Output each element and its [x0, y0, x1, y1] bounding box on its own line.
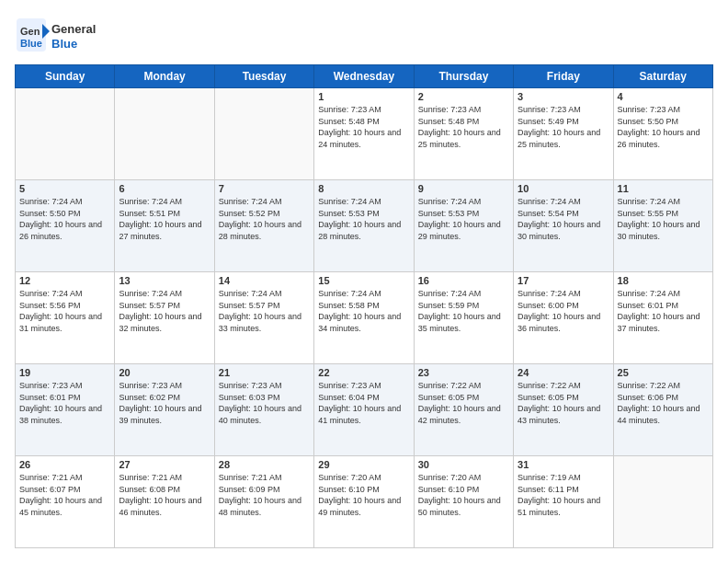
sunset-label: Sunset: 5:59 PM — [418, 301, 480, 310]
daylight-label: Daylight: 10 hours and 35 minutes. — [418, 312, 501, 333]
day-info: Sunrise: 7:24 AM Sunset: 6:00 PM Dayligh… — [518, 288, 609, 334]
day-number: 11 — [618, 183, 709, 194]
sunset-label: Sunset: 5:50 PM — [618, 117, 679, 126]
week-row-5: 26 Sunrise: 7:21 AM Sunset: 6:07 PM Dayl… — [16, 456, 713, 548]
calendar-cell: 15 Sunrise: 7:24 AM Sunset: 5:58 PM Dayl… — [314, 272, 414, 364]
calendar-cell: 20 Sunrise: 7:23 AM Sunset: 6:02 PM Dayl… — [115, 364, 214, 456]
calendar-cell: 8 Sunrise: 7:24 AM Sunset: 5:53 PM Dayli… — [314, 180, 414, 272]
page: General Blue Gen Blue Sunday Monday Tues… — [0, 0, 728, 563]
day-info: Sunrise: 7:22 AM Sunset: 6:05 PM Dayligh… — [418, 380, 509, 426]
days-header-row: Sunday Monday Tuesday Wednesday Thursday… — [16, 65, 713, 88]
day-info: Sunrise: 7:20 AM Sunset: 6:10 PM Dayligh… — [418, 472, 509, 518]
sunset-label: Sunset: 5:50 PM — [19, 209, 81, 218]
sunrise-label: Sunrise: 7:24 AM — [318, 197, 381, 206]
sunrise-label: Sunrise: 7:23 AM — [119, 381, 182, 390]
calendar-cell: 5 Sunrise: 7:24 AM Sunset: 5:50 PM Dayli… — [16, 180, 115, 272]
sunrise-label: Sunrise: 7:24 AM — [418, 197, 482, 206]
day-number: 8 — [318, 183, 409, 194]
day-number: 21 — [219, 367, 310, 378]
day-number: 9 — [418, 183, 509, 194]
calendar-cell: 1 Sunrise: 7:23 AM Sunset: 5:48 PM Dayli… — [314, 88, 414, 180]
sunrise-label: Sunrise: 7:24 AM — [219, 197, 282, 206]
svg-text:General: General — [51, 22, 96, 36]
day-number: 25 — [618, 367, 709, 378]
sunrise-label: Sunrise: 7:23 AM — [318, 381, 381, 390]
sunset-label: Sunset: 6:01 PM — [618, 301, 679, 310]
daylight-label: Daylight: 10 hours and 44 minutes. — [618, 404, 700, 425]
daylight-label: Daylight: 10 hours and 26 minutes. — [618, 128, 700, 149]
daylight-label: Daylight: 10 hours and 38 minutes. — [19, 404, 102, 425]
week-row-2: 5 Sunrise: 7:24 AM Sunset: 5:50 PM Dayli… — [16, 180, 713, 272]
sunrise-label: Sunrise: 7:24 AM — [19, 197, 83, 206]
sunset-label: Sunset: 5:48 PM — [318, 117, 380, 126]
sunset-label: Sunset: 5:57 PM — [219, 301, 280, 310]
day-number: 26 — [19, 459, 110, 470]
daylight-label: Daylight: 10 hours and 45 minutes. — [19, 496, 102, 517]
daylight-label: Daylight: 10 hours and 29 minutes. — [418, 220, 501, 241]
day-info: Sunrise: 7:24 AM Sunset: 5:59 PM Dayligh… — [418, 288, 509, 334]
day-number: 5 — [19, 183, 110, 194]
sunset-label: Sunset: 5:51 PM — [119, 209, 180, 218]
daylight-label: Daylight: 10 hours and 43 minutes. — [518, 404, 600, 425]
sunrise-label: Sunrise: 7:24 AM — [618, 289, 681, 298]
day-info: Sunrise: 7:23 AM Sunset: 6:02 PM Dayligh… — [119, 380, 210, 426]
daylight-label: Daylight: 10 hours and 25 minutes. — [418, 128, 501, 149]
calendar-cell: 3 Sunrise: 7:23 AM Sunset: 5:49 PM Dayli… — [514, 88, 613, 180]
daylight-label: Daylight: 10 hours and 41 minutes. — [318, 404, 401, 425]
day-number: 27 — [119, 459, 210, 470]
day-number: 24 — [518, 367, 609, 378]
day-info: Sunrise: 7:24 AM Sunset: 6:01 PM Dayligh… — [618, 288, 709, 334]
sunset-label: Sunset: 6:11 PM — [518, 485, 579, 494]
calendar-cell — [16, 88, 115, 180]
col-thursday: Thursday — [414, 65, 513, 88]
sunrise-label: Sunrise: 7:24 AM — [219, 289, 282, 298]
daylight-label: Daylight: 10 hours and 26 minutes. — [19, 220, 102, 241]
col-saturday: Saturday — [613, 65, 712, 88]
sunrise-label: Sunrise: 7:22 AM — [418, 381, 482, 390]
day-info: Sunrise: 7:23 AM Sunset: 5:49 PM Dayligh… — [518, 104, 609, 150]
calendar-cell: 9 Sunrise: 7:24 AM Sunset: 5:53 PM Dayli… — [414, 180, 513, 272]
daylight-label: Daylight: 10 hours and 30 minutes. — [618, 220, 700, 241]
sunrise-label: Sunrise: 7:19 AM — [518, 473, 581, 482]
daylight-label: Daylight: 10 hours and 32 minutes. — [119, 312, 201, 333]
daylight-label: Daylight: 10 hours and 51 minutes. — [518, 496, 600, 517]
calendar-cell: 7 Sunrise: 7:24 AM Sunset: 5:52 PM Dayli… — [214, 180, 313, 272]
sunrise-label: Sunrise: 7:20 AM — [418, 473, 482, 482]
daylight-label: Daylight: 10 hours and 25 minutes. — [518, 128, 600, 149]
day-number: 2 — [418, 91, 509, 102]
calendar-cell — [214, 88, 313, 180]
sunrise-label: Sunrise: 7:22 AM — [618, 381, 681, 390]
day-number: 28 — [219, 459, 310, 470]
sunset-label: Sunset: 6:09 PM — [219, 485, 280, 494]
calendar-cell: 17 Sunrise: 7:24 AM Sunset: 6:00 PM Dayl… — [514, 272, 613, 364]
day-info: Sunrise: 7:24 AM Sunset: 5:58 PM Dayligh… — [318, 288, 409, 334]
day-number: 4 — [618, 91, 709, 102]
day-info: Sunrise: 7:24 AM Sunset: 5:57 PM Dayligh… — [119, 288, 210, 334]
week-row-1: 1 Sunrise: 7:23 AM Sunset: 5:48 PM Dayli… — [16, 88, 713, 180]
sunrise-label: Sunrise: 7:22 AM — [518, 381, 581, 390]
sunset-label: Sunset: 6:10 PM — [418, 485, 480, 494]
sunrise-label: Sunrise: 7:23 AM — [219, 381, 282, 390]
sunset-label: Sunset: 6:06 PM — [618, 393, 679, 402]
daylight-label: Daylight: 10 hours and 31 minutes. — [19, 312, 102, 333]
day-info: Sunrise: 7:23 AM Sunset: 6:04 PM Dayligh… — [318, 380, 409, 426]
sunset-label: Sunset: 6:05 PM — [418, 393, 480, 402]
daylight-label: Daylight: 10 hours and 33 minutes. — [219, 312, 301, 333]
calendar-table: Sunday Monday Tuesday Wednesday Thursday… — [15, 64, 713, 548]
calendar-cell: 23 Sunrise: 7:22 AM Sunset: 6:05 PM Dayl… — [414, 364, 513, 456]
calendar-cell: 10 Sunrise: 7:24 AM Sunset: 5:54 PM Dayl… — [514, 180, 613, 272]
sunrise-label: Sunrise: 7:24 AM — [318, 289, 381, 298]
day-info: Sunrise: 7:24 AM Sunset: 5:55 PM Dayligh… — [618, 196, 709, 242]
logo: General Blue Gen Blue — [15, 15, 125, 55]
sunrise-label: Sunrise: 7:23 AM — [19, 381, 83, 390]
day-number: 1 — [318, 91, 409, 102]
day-info: Sunrise: 7:20 AM Sunset: 6:10 PM Dayligh… — [318, 472, 409, 518]
sunrise-label: Sunrise: 7:23 AM — [418, 105, 482, 114]
day-info: Sunrise: 7:24 AM Sunset: 5:52 PM Dayligh… — [219, 196, 310, 242]
daylight-label: Daylight: 10 hours and 50 minutes. — [418, 496, 501, 517]
sunrise-label: Sunrise: 7:21 AM — [219, 473, 282, 482]
col-monday: Monday — [115, 65, 214, 88]
sunset-label: Sunset: 6:07 PM — [19, 485, 81, 494]
header: General Blue Gen Blue — [15, 15, 713, 55]
col-wednesday: Wednesday — [314, 65, 414, 88]
